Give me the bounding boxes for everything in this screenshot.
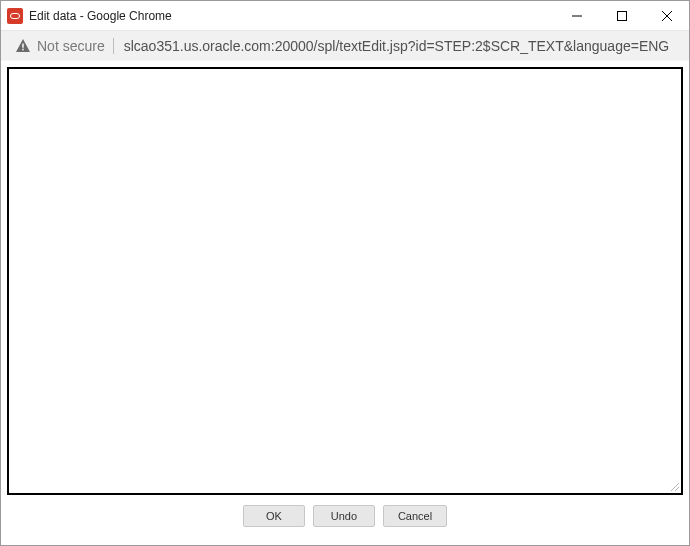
- button-row: OK Undo Cancel: [7, 495, 683, 539]
- url-separator: [113, 38, 114, 54]
- undo-button[interactable]: Undo: [313, 505, 375, 527]
- minimize-button[interactable]: [554, 1, 599, 30]
- editor-frame: [7, 67, 683, 495]
- security-label: Not secure: [37, 38, 105, 54]
- titlebar: Edit data - Google Chrome: [1, 1, 689, 31]
- close-icon: [662, 11, 672, 21]
- svg-rect-4: [22, 43, 24, 47]
- svg-rect-1: [617, 11, 626, 20]
- text-editor[interactable]: [9, 69, 681, 493]
- close-button[interactable]: [644, 1, 689, 30]
- minimize-icon: [572, 11, 582, 21]
- maximize-icon: [617, 11, 627, 21]
- url-bar[interactable]: Not secure slcao351.us.oracle.com:20000/…: [1, 31, 689, 61]
- cancel-button[interactable]: Cancel: [383, 505, 447, 527]
- browser-window: Edit data - Google Chrome Not secure slc…: [0, 0, 690, 546]
- page-content: OK Undo Cancel: [1, 61, 689, 545]
- oracle-app-icon: [7, 8, 23, 24]
- maximize-button[interactable]: [599, 1, 644, 30]
- ok-button[interactable]: OK: [243, 505, 305, 527]
- not-secure-icon: [15, 38, 31, 54]
- svg-rect-5: [22, 48, 24, 50]
- window-title: Edit data - Google Chrome: [29, 9, 172, 23]
- url-text: slcao351.us.oracle.com:20000/spl/textEdi…: [124, 38, 670, 54]
- window-controls: [554, 1, 689, 30]
